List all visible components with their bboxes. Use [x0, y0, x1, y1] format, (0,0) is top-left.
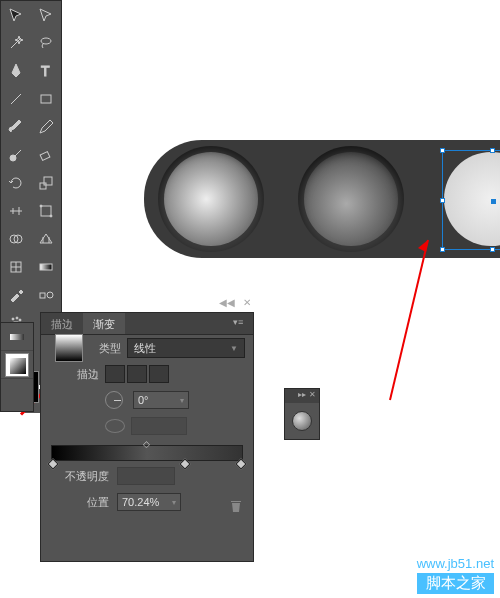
scale-tool-icon[interactable] — [31, 169, 61, 197]
mini-panel-expand-icon[interactable]: ▸▸ — [298, 390, 306, 402]
angle-icon — [105, 391, 123, 409]
rounded-rect-shape[interactable] — [144, 140, 500, 258]
rectangle-tool-icon[interactable] — [31, 85, 61, 113]
gradient-tool-icon[interactable] — [31, 253, 61, 281]
appearance-thumbnail-icon[interactable] — [292, 411, 312, 431]
svg-point-0 — [41, 38, 51, 44]
tab-gradient[interactable]: 渐变 — [83, 313, 125, 334]
mini-panel-close-icon[interactable]: ✕ — [309, 390, 316, 402]
svg-rect-15 — [40, 293, 45, 298]
gradient-midpoint-handle[interactable]: ◇ — [143, 439, 150, 449]
type-tool-icon[interactable]: T — [31, 57, 61, 85]
gradient-panel-icon[interactable] — [1, 323, 33, 351]
tab-stroke[interactable]: 描边 — [41, 313, 83, 334]
panel-close-icon[interactable]: ✕ — [243, 297, 251, 308]
stroke-label: 描边 — [49, 367, 99, 382]
svg-rect-5 — [40, 152, 50, 161]
panel-tab-bar: 描边 渐变 — [41, 313, 253, 335]
eyedropper-tool-icon[interactable] — [1, 281, 31, 309]
perspective-grid-tool-icon[interactable] — [31, 225, 61, 253]
stroke-gradient-across-icon[interactable] — [149, 365, 169, 383]
shape-builder-tool-icon[interactable] — [1, 225, 31, 253]
pencil-tool-icon[interactable] — [31, 113, 61, 141]
free-transform-tool-icon[interactable] — [31, 197, 61, 225]
watermark-url: www.jb51.net — [417, 556, 494, 571]
blob-brush-tool-icon[interactable] — [1, 141, 31, 169]
swatches-panel-icon[interactable] — [1, 351, 33, 379]
svg-point-18 — [12, 318, 14, 320]
panel-collapse-icon[interactable]: ◀◀ — [219, 297, 235, 308]
svg-rect-6 — [40, 183, 46, 189]
opacity-label: 不透明度 — [49, 469, 109, 484]
stop-location-field[interactable]: 70.24% — [117, 493, 181, 511]
svg-point-19 — [16, 317, 18, 319]
gradient-aspect-field[interactable] — [131, 417, 187, 435]
svg-rect-7 — [44, 177, 52, 185]
svg-point-20 — [19, 319, 21, 321]
lasso-tool-icon[interactable] — [31, 29, 61, 57]
paintbrush-tool-icon[interactable] — [1, 113, 31, 141]
watermark: www.jb51.net 脚本之家 — [417, 556, 494, 594]
watermark-site: 脚本之家 — [417, 573, 494, 594]
stroke-gradient-within-icon[interactable] — [105, 365, 125, 383]
document-canvas[interactable]: 路径 — [62, 0, 500, 320]
collapsed-appearance-panel[interactable]: ▸▸ ✕ — [284, 388, 320, 440]
location-label: 位置 — [49, 495, 109, 510]
svg-rect-25 — [10, 334, 24, 340]
type-label: 类型 — [89, 341, 121, 356]
line-tool-icon[interactable] — [1, 85, 31, 113]
sphere-1[interactable] — [164, 152, 258, 246]
svg-rect-14 — [40, 264, 52, 270]
gradient-type-dropdown[interactable]: 线性 — [127, 338, 245, 358]
svg-line-2 — [11, 94, 21, 104]
magic-wand-tool-icon[interactable] — [1, 29, 31, 57]
collapsed-panels-dock — [0, 322, 34, 412]
svg-rect-8 — [41, 206, 51, 216]
sphere-3-selected[interactable] — [444, 152, 500, 246]
selection-tool-icon[interactable] — [1, 1, 31, 29]
svg-point-16 — [47, 292, 53, 298]
rotate-tool-icon[interactable] — [1, 169, 31, 197]
delete-stop-icon[interactable] — [229, 499, 243, 513]
svg-text:T: T — [41, 63, 50, 79]
pen-tool-icon[interactable] — [1, 57, 31, 85]
svg-point-10 — [50, 215, 52, 217]
panel-menu-icon[interactable] — [233, 315, 251, 329]
aspect-ratio-icon — [105, 419, 125, 433]
gradient-angle-field[interactable]: 0° — [133, 391, 189, 409]
gradient-panel: ◀◀ ✕ 描边 渐变 类型 线性 描边 0° ◇ — [40, 312, 254, 562]
gradient-preview-swatch[interactable] — [55, 334, 83, 362]
stop-opacity-field[interactable] — [117, 467, 175, 485]
sphere-2[interactable] — [304, 152, 398, 246]
svg-rect-3 — [41, 95, 51, 103]
mesh-tool-icon[interactable] — [1, 253, 31, 281]
blend-tool-icon[interactable] — [31, 281, 61, 309]
stroke-gradient-along-icon[interactable] — [127, 365, 147, 383]
eraser-tool-icon[interactable] — [31, 141, 61, 169]
gradient-ramp[interactable]: ◇ — [51, 445, 243, 461]
direct-selection-tool-icon[interactable] — [31, 1, 61, 29]
svg-point-9 — [40, 205, 42, 207]
width-tool-icon[interactable] — [1, 197, 31, 225]
